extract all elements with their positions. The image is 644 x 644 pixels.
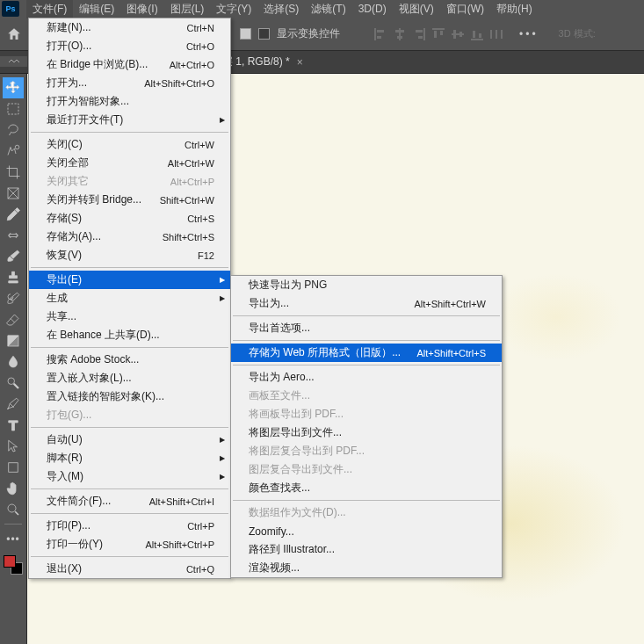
export-menu-item[interactable]: 导出首选项... <box>231 319 502 337</box>
healing-tool[interactable] <box>3 225 24 246</box>
export-menu-item[interactable]: 路径到 Illustrator... <box>231 540 502 559</box>
stamp-tool[interactable] <box>3 267 24 288</box>
file-menu-item[interactable]: 文件简介(F)...Alt+Shift+Ctrl+I <box>29 492 230 510</box>
zoom-tool[interactable] <box>3 499 24 520</box>
show-transform-check[interactable] <box>258 28 270 40</box>
file-menu-item[interactable]: 导入(M) <box>29 467 230 486</box>
file-menu-item[interactable]: 在 Bridge 中浏览(B)...Alt+Ctrl+O <box>29 55 230 74</box>
gradient-tool[interactable] <box>3 330 24 351</box>
edit-toolbar[interactable]: ••• <box>3 529 24 550</box>
file-menu-item[interactable]: 脚本(R) <box>29 449 230 467</box>
file-menu-item-shortcut: Ctrl+P <box>187 521 214 532</box>
export-menu-item[interactable]: 快速导出为 PNG <box>231 276 502 294</box>
quick-select-tool[interactable] <box>3 141 24 162</box>
menu-image[interactable]: 图像(I) <box>120 0 163 18</box>
file-menu-separator <box>31 556 228 557</box>
brush-tool[interactable] <box>3 246 24 267</box>
file-menu-item-label: 打开(O)... <box>47 39 91 54</box>
export-menu-item-label: 图层复合导出到文件... <box>249 462 352 477</box>
align-right-icon[interactable] <box>412 27 426 41</box>
align-bottom-icon[interactable] <box>470 27 484 41</box>
file-menu-item[interactable]: 打开为...Alt+Shift+Ctrl+O <box>29 74 230 92</box>
hand-tool[interactable] <box>3 478 24 499</box>
file-menu-item[interactable]: 最近打开文件(T) <box>29 111 230 129</box>
file-menu-item[interactable]: 自动(U) <box>29 431 230 449</box>
distribute-icon[interactable] <box>489 27 503 41</box>
file-menu-item[interactable]: 打开为智能对象... <box>29 92 230 111</box>
menu-select[interactable]: 选择(S) <box>257 0 305 18</box>
shape-tool[interactable] <box>3 457 24 478</box>
file-menu-item[interactable]: 共享... <box>29 308 230 326</box>
file-menu-item[interactable]: 在 Behance 上共享(D)... <box>29 326 230 344</box>
align-top-icon[interactable] <box>431 27 445 41</box>
file-menu-item-label: 共享... <box>47 309 76 324</box>
align-vcenter-icon[interactable] <box>451 27 465 41</box>
export-menu-item[interactable]: 渲染视频... <box>231 559 502 577</box>
move-tool[interactable] <box>3 77 24 98</box>
file-menu-item[interactable]: 打印一份(Y)Alt+Shift+Ctrl+P <box>29 535 230 554</box>
toolbar-handle[interactable] <box>0 56 27 67</box>
file-menu-item[interactable]: 存储(S)Ctrl+S <box>29 209 230 228</box>
align-hcenter-icon[interactable] <box>393 27 407 41</box>
home-icon[interactable] <box>4 25 24 44</box>
export-menu-item[interactable]: 存储为 Web 所用格式（旧版）...Alt+Shift+Ctrl+S <box>231 344 502 362</box>
menu-layer[interactable]: 图层(L) <box>164 0 211 18</box>
app-icon: Ps <box>2 1 19 17</box>
export-menu-item-label: 渲染视频... <box>249 561 300 575</box>
file-menu-item[interactable]: 导出(E) <box>29 271 230 289</box>
export-menu-item: 将图层复合导出到 PDF... <box>231 442 502 460</box>
type-tool[interactable] <box>3 415 24 436</box>
file-menu-item[interactable]: 关闭(C)Ctrl+W <box>29 135 230 154</box>
blur-tool[interactable] <box>3 351 24 373</box>
path-select-tool[interactable] <box>3 436 24 457</box>
file-menu-item[interactable]: 置入链接的智能对象(K)... <box>29 387 230 406</box>
overflow-icon[interactable]: ••• <box>519 28 539 40</box>
eraser-tool[interactable] <box>3 309 24 330</box>
menu-filter[interactable]: 滤镜(T) <box>305 0 351 18</box>
menu-3d[interactable]: 3D(D) <box>352 1 393 17</box>
file-menu-item[interactable]: 置入嵌入对象(L)... <box>29 369 230 387</box>
menu-type[interactable]: 文字(Y) <box>210 0 257 18</box>
file-menu-item[interactable]: 关闭全部Alt+Ctrl+W <box>29 154 230 172</box>
svg-rect-7 <box>416 30 423 33</box>
export-menu-item[interactable]: 导出为...Alt+Shift+Ctrl+W <box>231 294 502 313</box>
file-menu-item[interactable]: 打印(P)...Ctrl+P <box>29 517 230 535</box>
align-left-icon[interactable] <box>373 27 387 41</box>
export-menu-item-label: 将画板导出到 PDF... <box>249 407 344 422</box>
export-menu-item[interactable]: Zoomify... <box>231 522 502 540</box>
eyedropper-tool[interactable] <box>3 204 24 225</box>
marquee-tool[interactable] <box>3 98 24 119</box>
file-menu-item[interactable]: 恢复(V)F12 <box>29 246 230 264</box>
file-menu-item-label: 存储为(A)... <box>47 229 101 244</box>
file-menu-item[interactable]: 打开(O)...Ctrl+O <box>29 37 230 55</box>
menu-help[interactable]: 帮助(H) <box>490 0 539 18</box>
svg-point-22 <box>15 145 19 149</box>
close-icon[interactable]: × <box>297 56 303 69</box>
crop-tool[interactable] <box>3 162 24 183</box>
export-menu-item[interactable]: 导出为 Aero... <box>231 368 502 387</box>
file-menu-item[interactable]: 搜索 Adobe Stock... <box>29 351 230 369</box>
frame-tool[interactable] <box>3 183 24 204</box>
export-menu-separator <box>233 500 500 501</box>
export-menu-item[interactable]: 将图层导出到文件... <box>231 423 502 442</box>
lasso-tool[interactable] <box>3 119 24 141</box>
pen-tool[interactable] <box>3 394 24 415</box>
export-menu-item[interactable]: 颜色查找表... <box>231 479 502 497</box>
auto-select-check[interactable] <box>240 28 251 40</box>
menu-view[interactable]: 视图(V) <box>393 0 440 18</box>
file-menu-item[interactable]: 新建(N)...Ctrl+N <box>29 18 230 37</box>
foreground-color[interactable] <box>4 555 16 568</box>
color-swatch[interactable] <box>4 555 23 575</box>
menu-window[interactable]: 窗口(W) <box>440 0 490 18</box>
export-menu-item: 将画板导出到 PDF... <box>231 405 502 423</box>
menu-file[interactable]: 文件(F) <box>26 0 73 18</box>
history-brush-tool[interactable] <box>3 288 24 309</box>
file-menu-item[interactable]: 生成 <box>29 289 230 308</box>
menu-edit[interactable]: 编辑(E) <box>73 0 120 18</box>
file-menu-item[interactable]: 退出(X)Ctrl+Q <box>29 560 230 578</box>
file-menu-item[interactable]: 关闭并转到 Bridge...Shift+Ctrl+W <box>29 191 230 209</box>
file-menu-item-label: 打包(G)... <box>47 408 91 423</box>
dodge-tool[interactable] <box>3 373 24 394</box>
file-menu-item[interactable]: 存储为(A)...Shift+Ctrl+S <box>29 228 230 246</box>
export-menu-item-label: 颜色查找表... <box>249 481 310 496</box>
